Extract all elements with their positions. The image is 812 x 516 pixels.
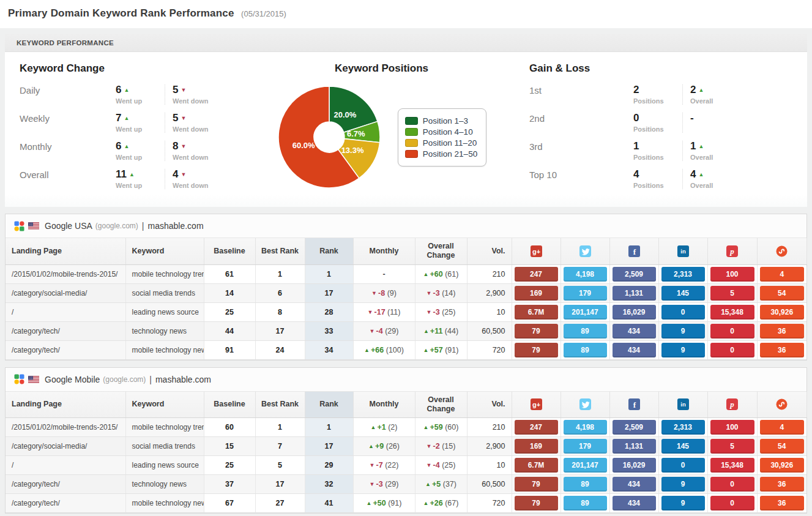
change-value: +57 bbox=[430, 346, 442, 354]
keyword-change-row: Monthly 6▲ Went up 8▼ Went down bbox=[20, 141, 244, 161]
landing-page-cell: /category/social-media/ bbox=[6, 437, 125, 456]
gain-loss-row: 3rd 1 Positions 1▲ Overall bbox=[529, 141, 796, 161]
keyword-positions-panel: Keyword Positions 20.0%6.7%13.3%60.0% Po… bbox=[244, 62, 520, 202]
table-row: /category/social-media/social media tren… bbox=[6, 437, 806, 456]
google-plus-count-cell: 79 bbox=[512, 494, 561, 513]
up-arrow-icon: ▲ bbox=[423, 347, 429, 353]
change-value: +59 bbox=[430, 423, 442, 432]
facebook-count-cell: 434 bbox=[609, 340, 658, 359]
change-value: -17 bbox=[374, 308, 386, 316]
up-arrow-icon: ▲ bbox=[698, 171, 704, 178]
social-count-badge: 36 bbox=[760, 496, 805, 510]
social-count-badge: 6.7M bbox=[515, 458, 558, 473]
monthly-change-cell: ▼-3 (29) bbox=[353, 475, 415, 494]
column-header-landing-page: Landing Page bbox=[6, 392, 125, 418]
down-arrow-icon: ▼ bbox=[181, 171, 186, 178]
monthly-change-cell: ▼-17 (11) bbox=[353, 302, 415, 321]
stumbleupon-count-cell: 36 bbox=[757, 494, 806, 513]
search-engine-name: Google USA bbox=[45, 221, 92, 231]
up-arrow-icon: ▲ bbox=[423, 424, 429, 430]
rank-table-card: Google USA (google.com) | mashable.com L… bbox=[5, 214, 807, 361]
title-separator: | bbox=[142, 221, 144, 231]
svg-text:p: p bbox=[729, 400, 734, 409]
google-plus-count-cell: 79 bbox=[512, 321, 561, 340]
facebook-icon: f bbox=[628, 398, 640, 410]
current-value: (91) bbox=[388, 499, 401, 507]
landing-page-cell: / bbox=[6, 456, 125, 475]
table-row: /leading news source25529▼-7 (22)▼-4 (25… bbox=[6, 456, 806, 475]
table-row: /category/tech/mobile technology news672… bbox=[6, 494, 806, 513]
rank-cell: 1 bbox=[305, 418, 353, 437]
down-arrow-icon: ▼ bbox=[370, 481, 375, 487]
baseline-cell: 44 bbox=[204, 321, 255, 340]
column-header-vol: Vol. bbox=[467, 238, 512, 264]
rank-cell: 32 bbox=[305, 475, 353, 494]
overall-label: Overall bbox=[690, 154, 739, 161]
current-value: (60) bbox=[445, 423, 458, 432]
social-count-badge: 2,313 bbox=[661, 267, 705, 282]
landing-page-cell: /2015/01/02/mobile-trends-2015/ bbox=[6, 264, 125, 283]
pinterest-count-cell: 5 bbox=[707, 437, 757, 456]
change-value: -3 bbox=[433, 289, 440, 297]
went-down-label: Went down bbox=[173, 154, 221, 161]
change-value: -4 bbox=[433, 461, 440, 469]
baseline-cell: 61 bbox=[204, 264, 255, 283]
up-arrow-icon: ▲ bbox=[129, 171, 135, 178]
no-change-dash: - bbox=[382, 270, 385, 279]
social-count-badge: 4,198 bbox=[564, 420, 607, 435]
best-rank-cell: 17 bbox=[255, 475, 305, 494]
went-up-stat: 11▲ Went up bbox=[108, 169, 165, 189]
table-row: /leading news source25828▼-17 (11)▼-3 (2… bbox=[6, 302, 806, 321]
best-rank-cell: 8 bbox=[255, 302, 305, 321]
linkedin-count-cell: 9 bbox=[658, 321, 707, 340]
positions-stat: 0 Positions bbox=[626, 113, 682, 133]
slice-percent-label: 6.7% bbox=[347, 129, 365, 138]
search-engine-domain: (google.com) bbox=[103, 375, 146, 384]
table-title-bar: Google USA (google.com) | mashable.com bbox=[6, 214, 806, 238]
us-flag-icon bbox=[28, 222, 39, 230]
keyword-cell: social media trends bbox=[125, 283, 204, 302]
social-count-badge: 16,029 bbox=[613, 458, 656, 473]
google-plus-count-cell: 6.7M bbox=[512, 302, 561, 321]
column-header-best-rank: Best Rank bbox=[255, 238, 305, 264]
social-count-badge: 36 bbox=[760, 477, 805, 492]
column-header-google-plus: g+ bbox=[512, 238, 561, 264]
stumbleupon-count-cell: 30,926 bbox=[757, 456, 806, 475]
social-count-badge: 145 bbox=[661, 286, 705, 301]
change-value: +5 bbox=[432, 480, 441, 488]
column-header-overall-change: Overall Change bbox=[415, 238, 467, 264]
gain-loss-title: Gain & Loss bbox=[529, 62, 796, 75]
twitter-count-cell: 89 bbox=[561, 340, 609, 359]
social-count-badge: 6.7M bbox=[515, 305, 558, 320]
column-header-landing-page: Landing Page bbox=[6, 238, 125, 264]
stumbleupon-count-cell: 30,926 bbox=[757, 302, 806, 321]
overall-label: Overall bbox=[690, 97, 739, 105]
went-down-label: Went down bbox=[173, 125, 221, 133]
keyword-cell: mobile technology news bbox=[125, 494, 204, 513]
overall-stat: 1▲ Overall bbox=[682, 141, 739, 161]
tracked-site: mashable.com bbox=[155, 375, 211, 384]
went-down-stat: 8▼ Went down bbox=[165, 141, 221, 161]
social-count-badge: 15,348 bbox=[710, 458, 754, 473]
google-plus-count-cell: 247 bbox=[512, 418, 561, 437]
best-rank-cell: 7 bbox=[255, 437, 305, 456]
social-count-badge: 100 bbox=[710, 267, 754, 282]
stumbleupon-count-cell: 4 bbox=[757, 264, 806, 283]
went-up-stat: 6▲ Went up bbox=[108, 141, 165, 161]
landing-page-cell: /category/tech/ bbox=[6, 494, 125, 513]
rank-cell: 33 bbox=[305, 321, 353, 340]
social-count-badge: 201,147 bbox=[564, 458, 607, 473]
social-count-badge: 169 bbox=[515, 439, 558, 454]
positions-stat: 1 Positions bbox=[626, 141, 682, 161]
current-value: (14) bbox=[442, 289, 455, 297]
column-header-rank: Rank bbox=[305, 238, 353, 264]
gain-loss-panel: Gain & Loss 1st 2 Positions 2▲ Overall 2… bbox=[520, 62, 796, 202]
social-count-badge: 179 bbox=[564, 286, 607, 301]
up-arrow-icon: ▲ bbox=[364, 347, 370, 353]
social-count-badge: 0 bbox=[710, 324, 754, 338]
down-arrow-icon: ▼ bbox=[426, 443, 432, 449]
rank-table-card: Google Mobile (google.com) | mashable.co… bbox=[5, 367, 807, 514]
search-volume-cell: 720 bbox=[467, 340, 512, 359]
table-row: /2015/01/02/mobile-trends-2015/mobile te… bbox=[6, 264, 806, 283]
down-arrow-icon: ▼ bbox=[426, 462, 432, 468]
